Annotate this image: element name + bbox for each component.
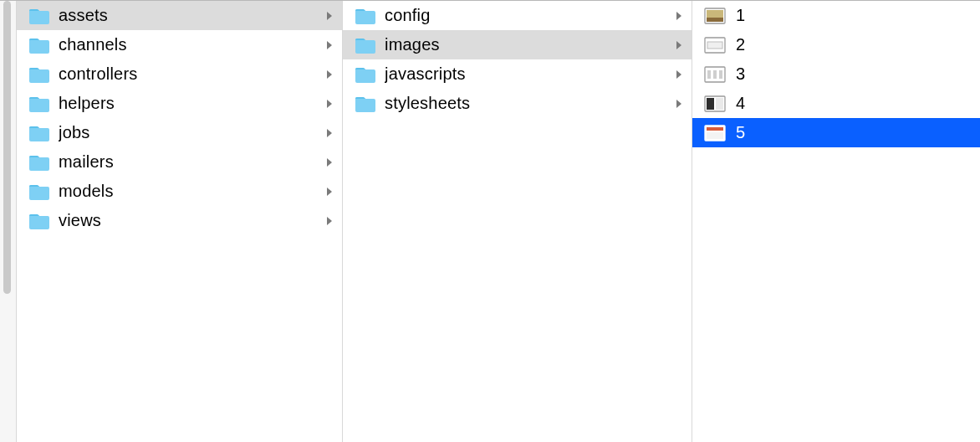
svg-rect-2 xyxy=(707,18,723,22)
folder-icon xyxy=(355,36,376,54)
folder-icon xyxy=(355,65,376,84)
chevron-right-icon xyxy=(325,128,334,138)
item-label: config xyxy=(385,6,670,25)
chevron-right-icon xyxy=(325,11,334,21)
folder-icon xyxy=(355,7,376,25)
folder-row[interactable]: javascripts xyxy=(343,59,692,89)
item-label: assets xyxy=(59,6,320,25)
svg-rect-14 xyxy=(707,132,723,139)
svg-rect-1 xyxy=(707,10,723,18)
column-3: 12345 xyxy=(692,1,980,442)
item-label: 2 xyxy=(736,35,972,54)
chevron-right-icon xyxy=(675,69,683,80)
file-row[interactable]: 1 xyxy=(692,1,980,30)
finder-column-view: assetschannelscontrollershelpersjobsmail… xyxy=(0,0,980,442)
column-2: configimagesjavascriptsstylesheets xyxy=(343,1,692,442)
item-label: stylesheets xyxy=(385,94,670,113)
folder-icon xyxy=(28,36,50,54)
item-label: 5 xyxy=(736,123,972,142)
item-label: views xyxy=(59,211,320,230)
item-label: jobs xyxy=(59,123,320,142)
item-label: 4 xyxy=(736,94,972,113)
chevron-right-icon xyxy=(325,157,334,167)
folder-icon xyxy=(28,65,50,84)
svg-rect-13 xyxy=(707,127,723,131)
scrollbar-gutter[interactable] xyxy=(0,1,17,442)
folder-row[interactable]: helpers xyxy=(17,89,342,118)
item-label: 3 xyxy=(736,64,972,84)
svg-rect-6 xyxy=(707,70,711,79)
folder-row[interactable]: config xyxy=(343,1,692,30)
svg-rect-8 xyxy=(719,70,722,79)
folder-icon xyxy=(355,95,376,113)
image-file-icon xyxy=(704,125,726,141)
chevron-right-icon xyxy=(325,69,334,80)
svg-rect-7 xyxy=(713,70,717,79)
item-label: helpers xyxy=(59,94,320,113)
image-file-icon xyxy=(704,66,726,83)
item-label: images xyxy=(385,35,670,54)
folder-icon xyxy=(28,95,50,113)
item-label: controllers xyxy=(59,64,320,84)
image-file-icon xyxy=(704,8,726,24)
chevron-right-icon xyxy=(675,40,683,50)
item-label: channels xyxy=(59,35,320,54)
folder-icon xyxy=(28,153,50,172)
item-label: mailers xyxy=(59,152,320,172)
folder-row[interactable]: channels xyxy=(17,30,342,59)
chevron-right-icon xyxy=(675,11,683,21)
svg-rect-11 xyxy=(716,98,723,110)
folder-row[interactable]: stylesheets xyxy=(343,89,692,118)
folder-row[interactable]: mailers xyxy=(17,147,342,177)
chevron-right-icon xyxy=(325,40,334,50)
file-row[interactable]: 4 xyxy=(692,89,980,118)
file-row[interactable]: 5 xyxy=(692,118,980,147)
file-row[interactable]: 3 xyxy=(692,59,980,89)
image-file-icon xyxy=(704,95,726,112)
chevron-right-icon xyxy=(325,187,334,197)
folder-icon xyxy=(28,124,50,142)
file-row[interactable]: 2 xyxy=(692,30,980,59)
folder-row[interactable]: models xyxy=(17,177,342,206)
chevron-right-icon xyxy=(325,216,334,226)
folder-row[interactable]: controllers xyxy=(17,59,342,89)
chevron-right-icon xyxy=(675,99,683,109)
svg-rect-4 xyxy=(707,42,722,49)
folder-row[interactable]: jobs xyxy=(17,118,342,147)
folder-row[interactable]: assets xyxy=(17,1,342,30)
item-label: javascripts xyxy=(385,64,670,84)
chevron-right-icon xyxy=(325,99,334,109)
folder-row[interactable]: views xyxy=(17,206,342,235)
folder-icon xyxy=(28,182,50,201)
svg-rect-10 xyxy=(707,98,714,110)
folder-row[interactable]: images xyxy=(343,30,692,59)
folder-icon xyxy=(28,7,50,25)
item-label: models xyxy=(59,182,320,201)
image-file-icon xyxy=(704,37,726,54)
column-1: assetschannelscontrollershelpersjobsmail… xyxy=(17,1,343,442)
item-label: 1 xyxy=(736,6,972,25)
folder-icon xyxy=(28,212,50,230)
